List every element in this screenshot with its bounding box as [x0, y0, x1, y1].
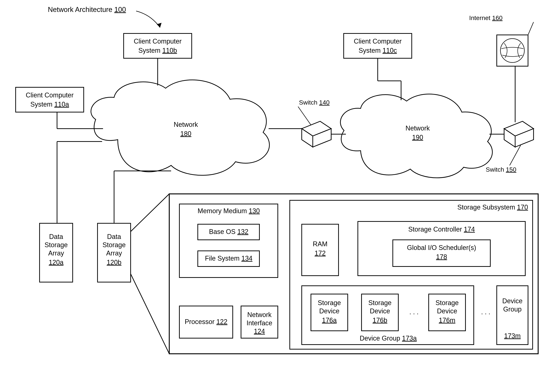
network-cloud-190: Network 190	[340, 94, 492, 178]
svg-text:Storage: Storage	[318, 299, 341, 307]
svg-text:System 110c: System 110c	[359, 47, 397, 54]
svg-text:Processor 122: Processor 122	[185, 318, 227, 325]
svg-line-25	[528, 22, 534, 35]
svg-point-24	[500, 39, 524, 63]
svg-text:178: 178	[436, 253, 447, 261]
svg-text:File System 134: File System 134	[205, 254, 253, 262]
svg-text:Global I/O Scheduler(s): Global I/O Scheduler(s)	[407, 244, 476, 252]
svg-text:124: 124	[254, 328, 265, 335]
diagram-title: Network Architecture 100	[48, 6, 126, 14]
svg-text:Device: Device	[319, 307, 340, 315]
internet-160: Internet 160	[469, 14, 534, 66]
svg-text:176a: 176a	[322, 316, 337, 324]
svg-text:Memory Medium 130: Memory Medium 130	[198, 207, 260, 215]
svg-text:Client Computer: Client Computer	[354, 37, 402, 45]
client-system-110a: Client Computer System 110a	[16, 87, 84, 112]
svg-text:176b: 176b	[373, 316, 387, 324]
svg-text:System 110b: System 110b	[138, 47, 177, 54]
svg-text:RAM: RAM	[313, 240, 327, 248]
svg-text:Storage: Storage	[44, 241, 68, 249]
client-system-110c: Client Computer System 110c	[344, 34, 412, 58]
svg-rect-3	[124, 34, 192, 58]
svg-text:Group: Group	[503, 305, 522, 313]
svg-text:Storage Controller 174: Storage Controller 174	[408, 225, 475, 233]
svg-text:Storage: Storage	[435, 299, 459, 307]
svg-text:System 110a: System 110a	[30, 100, 69, 108]
svg-line-21	[510, 145, 521, 165]
svg-text:Interface: Interface	[246, 319, 272, 327]
svg-text:Storage: Storage	[368, 299, 391, 307]
processor-122: Processor 122	[179, 306, 233, 338]
svg-text:Data: Data	[107, 233, 121, 240]
svg-text:Switch 140: Switch 140	[299, 99, 330, 106]
svg-text:Base OS 132: Base OS 132	[209, 228, 248, 235]
svg-text:Client Computer: Client Computer	[26, 91, 74, 99]
svg-text:Storage Subsystem 170: Storage Subsystem 170	[457, 203, 528, 211]
svg-text:Data: Data	[49, 233, 63, 240]
svg-text:Network: Network	[405, 124, 430, 132]
svg-text:190: 190	[412, 134, 423, 141]
svg-text:Device Group 173a: Device Group 173a	[360, 335, 417, 342]
svg-text:Storage: Storage	[102, 241, 126, 249]
switch-150: Switch 150	[486, 121, 534, 173]
svg-text:Network: Network	[247, 311, 272, 318]
switch-140: Switch 140	[298, 99, 331, 147]
svg-text:Device: Device	[370, 307, 390, 315]
svg-line-16	[298, 107, 311, 125]
callout-120b-bot	[131, 274, 169, 354]
svg-text:120b: 120b	[107, 259, 122, 266]
callout-120b-top	[131, 194, 169, 231]
svg-text:173m: 173m	[504, 332, 521, 340]
svg-text:Device: Device	[502, 297, 522, 305]
svg-text:Internet 160: Internet 160	[469, 14, 503, 21]
title-arrow	[136, 11, 160, 28]
network-interface-124: Network Interface 124	[241, 306, 278, 338]
ellipsis-devices: . . .	[409, 308, 419, 316]
svg-text:180: 180	[180, 130, 191, 138]
memory-medium-130: Memory Medium 130 Base OS 132 File Syste…	[179, 204, 278, 278]
svg-text:176m: 176m	[439, 316, 455, 324]
svg-text:Array: Array	[106, 249, 122, 257]
svg-text:172: 172	[315, 249, 326, 257]
data-storage-array-120b: Data Storage Array 120b	[98, 223, 131, 282]
svg-rect-0	[16, 87, 84, 112]
ellipsis-groups: . . .	[481, 308, 490, 316]
svg-text:120a: 120a	[49, 259, 64, 266]
client-system-110b: Client Computer System 110b	[124, 34, 192, 58]
data-storage-array-120a: Data Storage Array 120a	[40, 223, 73, 282]
storage-subsystem-170: Storage Subsystem 170 RAM 172 Storage Co…	[290, 200, 533, 349]
title-arrowhead	[157, 23, 162, 28]
svg-rect-6	[344, 34, 412, 58]
svg-text:Switch 150: Switch 150	[486, 166, 516, 173]
svg-text:Array: Array	[48, 249, 64, 257]
svg-text:Device: Device	[437, 307, 457, 315]
svg-text:Network: Network	[174, 121, 198, 128]
network-cloud-180: Network 180	[91, 80, 269, 175]
svg-text:Client Computer: Client Computer	[134, 37, 181, 45]
